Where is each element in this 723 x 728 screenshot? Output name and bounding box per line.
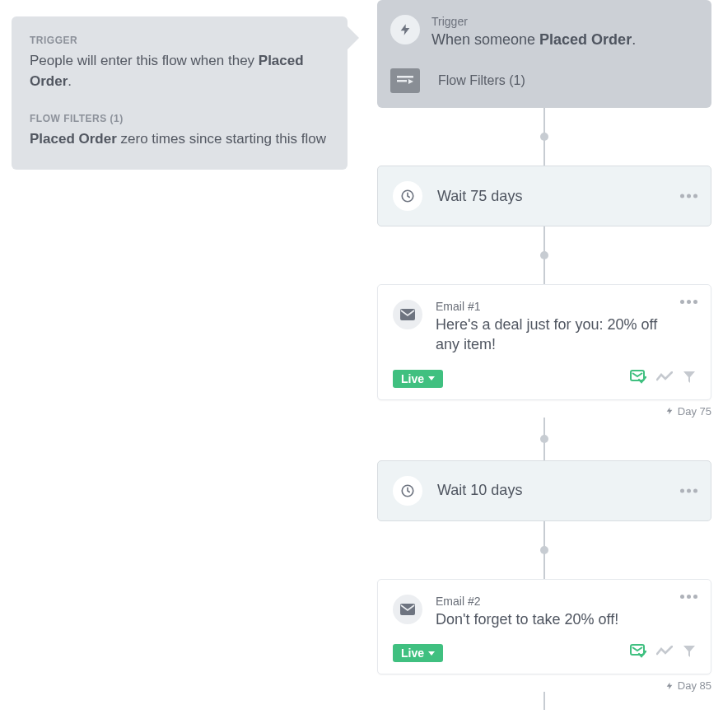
clock-icon — [393, 476, 422, 506]
flow-filters-link[interactable]: Flow Filters (1) — [438, 73, 525, 88]
connector-dot — [540, 133, 548, 141]
connector — [543, 521, 545, 579]
trigger-section-label: TRIGGER — [30, 35, 329, 46]
period: . — [68, 73, 72, 89]
trigger-card[interactable]: Trigger When someone Placed Order. Flow … — [377, 0, 711, 108]
day-tag-text: Day 85 — [678, 679, 711, 692]
connector — [543, 418, 545, 460]
filter-event: Placed Order — [30, 131, 117, 147]
funnel-icon[interactable] — [683, 371, 696, 387]
trigger-summary-panel: TRIGGER People will enter this flow when… — [12, 16, 348, 170]
analytics-icon[interactable] — [656, 371, 673, 386]
status-text: Live — [401, 372, 424, 385]
wait-card[interactable]: Wait 75 days — [377, 166, 711, 226]
smart-send-icon[interactable] — [630, 370, 646, 388]
smart-send-icon[interactable] — [630, 644, 646, 662]
email-label: Email #2 — [436, 595, 676, 608]
day-tag: Day 85 — [377, 679, 711, 692]
svg-rect-1 — [397, 80, 407, 82]
caret-down-icon — [428, 651, 435, 656]
wait-text: Wait 10 days — [437, 482, 522, 499]
bolt-icon — [390, 15, 420, 44]
flow-filters-row[interactable]: Flow Filters (1) — [390, 68, 698, 93]
flow-column: Trigger When someone Placed Order. Flow … — [377, 0, 711, 710]
email-label: Email #1 — [436, 300, 676, 313]
connector-dot — [540, 546, 548, 554]
email-subject: Here's a deal just for you: 20% off any … — [436, 315, 676, 355]
day-tag-text: Day 75 — [678, 405, 711, 418]
analytics-icon[interactable] — [656, 646, 673, 660]
envelope-icon — [393, 300, 422, 329]
more-icon[interactable] — [680, 488, 697, 492]
connector — [543, 226, 545, 284]
flow-filter-text: Placed Order zero times since starting t… — [30, 129, 329, 150]
status-badge[interactable]: Live — [393, 644, 443, 662]
status-badge[interactable]: Live — [393, 370, 443, 388]
trigger-text-prefix: People will enter this flow when they — [30, 53, 259, 68]
day-tag: Day 75 — [377, 405, 711, 418]
caret-down-icon — [428, 376, 435, 380]
wait-card[interactable]: Wait 10 days — [377, 460, 711, 521]
trigger-desc-prefix: When someone — [431, 31, 539, 48]
email-card[interactable]: Email #1 Here's a deal just for you: 20%… — [377, 284, 711, 400]
more-icon[interactable] — [680, 595, 697, 599]
trigger-summary-text: People will enter this flow when they Pl… — [30, 51, 329, 91]
connector — [543, 108, 545, 166]
more-icon[interactable] — [680, 194, 697, 198]
filter-icon — [390, 68, 420, 93]
wait-text: Wait 75 days — [437, 188, 522, 205]
connector-dot — [540, 435, 548, 443]
svg-rect-0 — [397, 76, 413, 78]
funnel-icon[interactable] — [683, 645, 696, 661]
email-subject: Don't forget to take 20% off! — [436, 609, 676, 629]
connector-dot — [540, 251, 548, 259]
clock-icon — [393, 181, 422, 211]
email-card[interactable]: Email #2 Don't forget to take 20% off! L… — [377, 579, 711, 674]
filter-suffix: zero times since starting this flow — [117, 131, 326, 147]
envelope-icon — [393, 595, 422, 624]
trigger-desc-event: Placed Order — [539, 31, 632, 48]
more-icon[interactable] — [680, 300, 697, 304]
trigger-card-label: Trigger — [431, 15, 636, 28]
trigger-card-desc: When someone Placed Order. — [431, 30, 636, 50]
flow-filters-label: FLOW FILTERS (1) — [30, 113, 329, 124]
connector — [543, 692, 545, 710]
status-text: Live — [401, 646, 424, 660]
